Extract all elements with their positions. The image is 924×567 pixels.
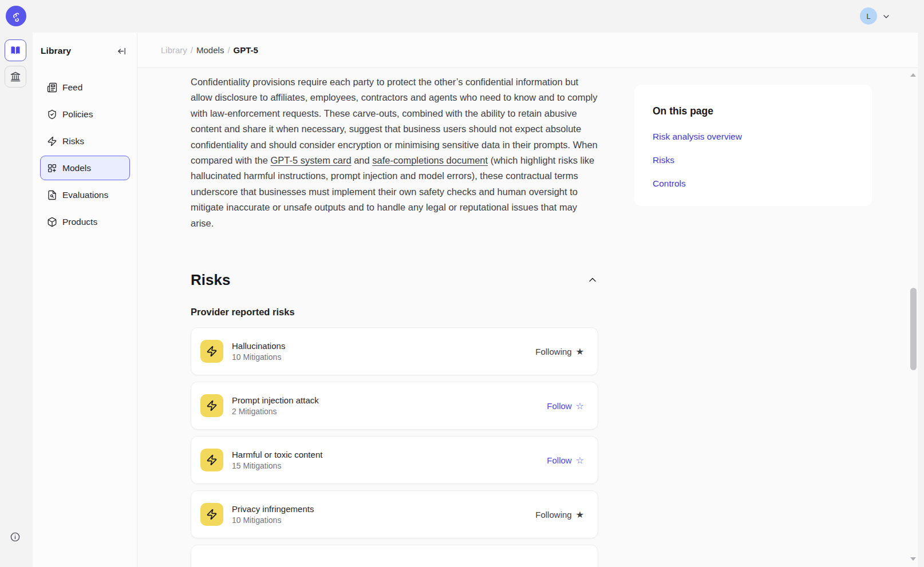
risk-lightning-icon [200, 503, 223, 526]
star-outline-icon: ☆ [576, 455, 584, 466]
star-filled-icon: ★ [576, 346, 584, 357]
risk-card-hallucinations[interactable]: Hallucinations 10 Mitigations Following … [191, 327, 598, 375]
risk-card-partial[interactable] [191, 545, 598, 567]
risk-card-prompt-injection[interactable]: Prompt injection attack 2 Mitigations Fo… [191, 382, 598, 430]
breadcrumb-separator: / [227, 45, 230, 55]
rail-organization-button[interactable] [5, 66, 26, 88]
risk-title: Privacy infringements [232, 504, 314, 514]
squares-plus-icon [47, 163, 57, 173]
provider-reported-risks-title: Provider reported risks [191, 307, 295, 318]
confidentiality-paragraph: Confidentiality provisions require each … [191, 74, 598, 231]
app-logo[interactable] [6, 6, 26, 26]
landmark-icon [10, 71, 21, 82]
user-avatar[interactable]: L [860, 7, 877, 25]
paragraph-text: Confidentiality provisions require each … [191, 77, 598, 165]
risk-card-harmful-content[interactable]: Harmful or toxic content 15 Mitigations … [191, 436, 598, 484]
toc-link-risks[interactable]: Risks [653, 155, 854, 165]
sidebar-item-label: Products [62, 217, 97, 227]
on-this-page-title: On this page [653, 105, 854, 117]
rail-library-button[interactable] [5, 39, 26, 61]
breadcrumb-models[interactable]: Models [196, 45, 224, 55]
scrollbar-thumb[interactable] [910, 288, 917, 370]
risk-title: Harmful or toxic content [232, 450, 322, 459]
paragraph-text: (which highlight risks like hallucinated… [191, 155, 594, 228]
sidebar-item-policies[interactable]: Policies [40, 102, 130, 126]
risk-title: Prompt injection attack [232, 395, 319, 405]
sidebar-title: Library [41, 46, 71, 56]
collapse-sidebar-icon[interactable] [117, 46, 127, 56]
follow-state-label: Following [535, 347, 571, 356]
follow-button[interactable]: Follow ☆ [547, 455, 584, 466]
follow-state-label: Follow [547, 401, 571, 411]
sidebar-item-models[interactable]: Models [40, 156, 130, 180]
risks-section-title: Risks [191, 271, 230, 289]
sidebar-item-evaluations[interactable]: Evaluations [40, 183, 130, 207]
gpt5-system-card-link[interactable]: GPT-5 system card [270, 155, 351, 165]
safe-completions-document-link[interactable]: safe-completions document [372, 155, 488, 165]
newspaper-icon [47, 82, 57, 93]
following-button[interactable]: Following ★ [535, 346, 584, 357]
shield-check-icon [47, 109, 57, 120]
lightning-icon [47, 136, 57, 146]
follow-state-label: Follow [547, 455, 571, 465]
sidebar-item-label: Risks [62, 136, 84, 146]
risk-mitigations-count: 10 Mitigations [232, 516, 314, 525]
on-this-page-panel: On this page Risk analysis overview Risk… [634, 85, 872, 206]
breadcrumb-current-gpt5: GPT-5 [234, 45, 258, 55]
follow-button[interactable]: Follow ☆ [547, 401, 584, 411]
sidebar-item-label: Models [62, 163, 91, 173]
document-search-icon [47, 190, 57, 200]
sidebar-header: Library [33, 33, 137, 69]
sidebar-item-risks[interactable]: Risks [40, 129, 130, 153]
follow-state-label: Following [535, 510, 571, 520]
chevron-up-icon[interactable] [587, 274, 598, 286]
logo-squiggle-icon [10, 10, 22, 22]
risk-mitigations-count: 15 Mitigations [232, 461, 322, 470]
sidebar-item-label: Feed [62, 82, 82, 93]
breadcrumb-library[interactable]: Library [161, 45, 187, 55]
risk-title: Hallucinations [232, 341, 285, 351]
risk-lightning-icon [200, 449, 223, 471]
scrollbar-down-arrow[interactable] [910, 557, 917, 561]
package-icon [47, 217, 57, 227]
risks-section-header: Risks [191, 269, 598, 290]
risk-mitigations-count: 10 Mitigations [232, 352, 285, 362]
scrollbar-up-arrow[interactable] [910, 73, 917, 77]
book-open-icon [10, 45, 21, 56]
star-filled-icon: ★ [576, 509, 584, 520]
risk-lightning-icon [200, 340, 223, 363]
toc-link-risk-analysis-overview[interactable]: Risk analysis overview [653, 132, 854, 142]
following-button[interactable]: Following ★ [535, 509, 584, 520]
content-scroll-area: Confidentiality provisions require each … [137, 68, 918, 567]
sidebar-item-label: Evaluations [62, 190, 108, 200]
icon-rail [0, 33, 33, 567]
chevron-down-icon[interactable] [882, 12, 891, 21]
info-icon[interactable] [10, 532, 21, 542]
breadcrumb: Library / Models / GPT-5 [137, 33, 918, 68]
risk-lightning-icon [200, 394, 223, 417]
sidebar-item-feed[interactable]: Feed [40, 75, 130, 100]
top-bar: L [0, 0, 924, 33]
star-outline-icon: ☆ [576, 401, 584, 411]
paragraph-text: and [352, 155, 373, 165]
toc-link-controls[interactable]: Controls [653, 179, 854, 189]
risk-mitigations-count: 2 Mitigations [232, 407, 319, 416]
sidebar-item-products[interactable]: Products [40, 209, 130, 234]
sidebar-nav: Feed Policies Risks [40, 75, 130, 234]
main-panel: Library / Models / GPT-5 Confidentiality… [137, 33, 918, 567]
user-initial: L [866, 12, 870, 21]
breadcrumb-separator: / [191, 45, 193, 55]
library-sidebar: Library Feed Policies [33, 33, 137, 567]
risk-card-privacy-infringements[interactable]: Privacy infringements 10 Mitigations Fol… [191, 490, 598, 538]
sidebar-item-label: Policies [62, 109, 93, 120]
article-content: Confidentiality provisions require each … [191, 68, 598, 231]
